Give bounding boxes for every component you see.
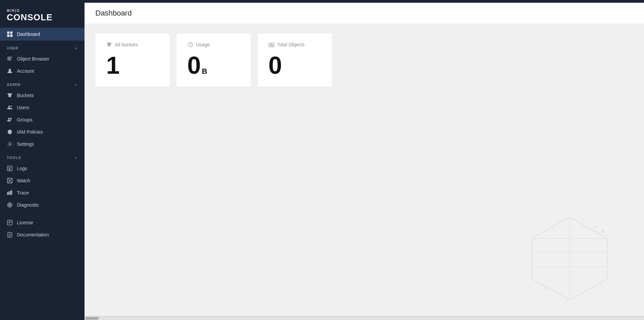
nav-item-diagnostic[interactable]: Diagnostic: [0, 199, 85, 211]
svg-point-54: [545, 287, 547, 289]
svg-rect-38: [9, 234, 11, 234]
buckets-label: Buckets: [17, 93, 34, 98]
svg-rect-26: [10, 191, 11, 195]
scroll-thumb[interactable]: [85, 317, 99, 320]
account-label: Account: [17, 68, 34, 74]
objects-stat-icon: [268, 42, 275, 48]
nav-item-groups[interactable]: Groups: [0, 114, 85, 126]
svg-rect-0: [7, 31, 9, 34]
objects-stat-label: Total Objects: [277, 42, 305, 47]
page-header: Dashboard: [85, 3, 644, 24]
svg-rect-25: [8, 191, 9, 195]
svg-point-56: [597, 290, 599, 292]
tools-section-label: TOOLS: [7, 156, 21, 160]
user-section-header: USER ▲: [0, 41, 85, 53]
svg-rect-44: [269, 45, 271, 47]
buckets-label-row: All buckets: [106, 42, 159, 48]
object-browser-icon: [7, 56, 13, 62]
objects-card: Total Objects 0: [258, 33, 332, 87]
svg-rect-36: [8, 223, 10, 223]
nav-item-buckets[interactable]: Buckets: [0, 89, 85, 101]
user-section-chevron: ▲: [74, 46, 78, 50]
svg-point-11: [8, 118, 10, 119]
svg-rect-46: [272, 45, 274, 47]
svg-rect-40: [9, 236, 10, 236]
usage-stat-icon: [187, 42, 193, 48]
documentation-label: Documentation: [17, 232, 49, 237]
admin-section-label: ADMIN: [7, 83, 21, 87]
account-icon: [7, 68, 13, 74]
logo-console: CONSOLE: [7, 13, 78, 22]
documentation-icon: [7, 232, 13, 238]
usage-label-row: Usage: [187, 42, 240, 48]
usage-stat-label: Usage: [196, 42, 210, 47]
nav-item-account[interactable]: Account: [0, 65, 85, 77]
settings-icon: [7, 141, 13, 147]
logs-label: Logs: [17, 166, 27, 171]
svg-rect-27: [11, 190, 12, 195]
dashboard-icon: [7, 31, 13, 37]
svg-point-53: [595, 226, 597, 228]
diagnostic-label: Diagnostic: [17, 202, 39, 208]
svg-rect-39: [9, 235, 11, 235]
svg-point-12: [10, 118, 12, 119]
svg-rect-5: [7, 58, 11, 59]
svg-rect-8: [7, 93, 12, 94]
nav-item-documentation[interactable]: Documentation: [0, 229, 85, 241]
nav-item-watch[interactable]: Watch: [0, 175, 85, 187]
logs-icon: [7, 165, 13, 172]
bottom-scrollbar[interactable]: [85, 316, 644, 320]
svg-rect-41: [107, 43, 112, 44]
top-bar: [0, 0, 644, 3]
page-title: Dashboard: [95, 9, 633, 18]
nav-item-object-browser[interactable]: Object Browser: [0, 53, 85, 65]
svg-rect-1: [10, 31, 13, 34]
buckets-stat-value: 1: [106, 53, 159, 77]
svg-rect-4: [7, 57, 12, 58]
svg-rect-17: [8, 169, 11, 170]
svg-point-55: [538, 292, 540, 294]
users-icon: [7, 105, 13, 111]
nav-item-dashboard[interactable]: Dashboard: [0, 28, 85, 41]
iam-policies-label: IAM Policies: [17, 129, 43, 135]
svg-rect-16: [8, 168, 10, 169]
svg-rect-45: [272, 43, 274, 45]
nav-item-trace[interactable]: Trace: [0, 187, 85, 199]
buckets-icon: [7, 92, 13, 98]
dashboard-label: Dashboard: [17, 31, 40, 37]
main-content: Dashboard All buckets: [85, 3, 644, 320]
nav-item-logs[interactable]: Logs: [0, 162, 85, 175]
nav-item-iam-policies[interactable]: IAM Policies: [0, 126, 85, 138]
objects-stat-value: 0: [268, 53, 321, 77]
svg-point-9: [8, 106, 10, 107]
svg-rect-2: [7, 35, 9, 37]
svg-point-19: [9, 180, 10, 181]
admin-section-chevron: ▲: [74, 83, 78, 86]
svg-rect-35: [8, 222, 11, 222]
sidebar: MIN|O CONSOLE Dashboard USER ▲: [0, 3, 85, 320]
buckets-stat-label: All buckets: [115, 42, 138, 47]
svg-rect-15: [8, 167, 11, 168]
admin-section-header: ADMIN ▲: [0, 77, 85, 89]
watermark-illustration: [522, 208, 617, 302]
tools-section-header: TOOLS ▲: [0, 150, 85, 162]
groups-label: Groups: [17, 117, 32, 122]
usage-unit: B: [202, 68, 207, 75]
logo-min: MIN|O: [7, 9, 78, 13]
trace-label: Trace: [17, 190, 29, 196]
object-browser-label: Object Browser: [17, 56, 49, 62]
svg-point-13: [9, 143, 11, 145]
buckets-stat-icon: [106, 42, 112, 48]
nav-item-settings[interactable]: Settings: [0, 138, 85, 150]
svg-rect-24: [7, 192, 8, 195]
iam-policies-icon: [7, 129, 13, 135]
nav-item-users[interactable]: Users: [0, 101, 85, 114]
settings-label: Settings: [17, 141, 34, 147]
svg-rect-3: [10, 35, 13, 37]
trace-icon: [7, 190, 13, 196]
nav-item-license[interactable]: License: [0, 216, 85, 229]
svg-point-52: [601, 230, 604, 233]
user-section-label: USER: [7, 46, 19, 50]
svg-rect-6: [7, 60, 11, 60]
watch-label: Watch: [17, 178, 30, 183]
